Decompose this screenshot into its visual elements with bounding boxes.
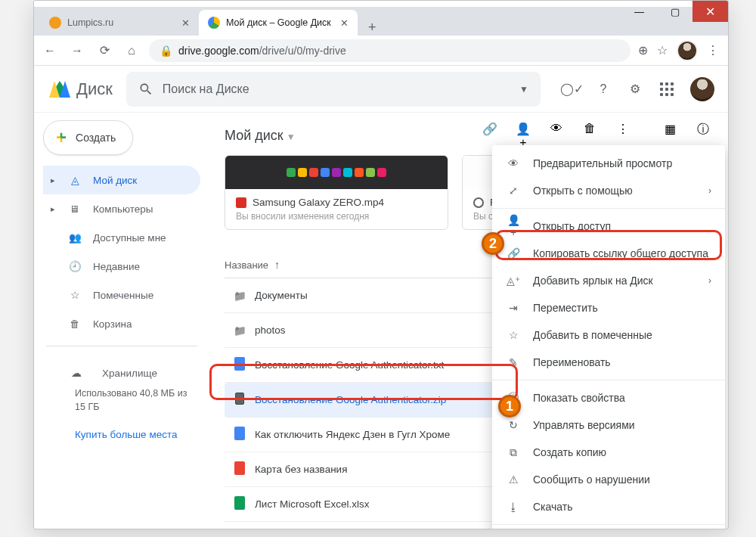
window-controls: — ▢ ✕ <box>621 1 728 22</box>
search-placeholder: Поиск на Диске <box>163 82 510 96</box>
settings-gear-icon[interactable]: ⚙ <box>627 81 643 98</box>
app-name: Диск <box>76 79 113 99</box>
menu-item-shortcut[interactable]: ◬⁺Добавить ярлык на Диск› <box>492 267 725 294</box>
context-menu: 👁Предварительный просмотр ⤢Открыть с пом… <box>492 145 725 529</box>
audio-file-icon <box>473 197 484 208</box>
support-icon[interactable]: ? <box>595 81 612 98</box>
person-add-icon: 👤+ <box>506 214 521 238</box>
menu-item-preview[interactable]: 👁Предварительный просмотр <box>492 150 725 177</box>
sidebar-item-label: Помеченные <box>93 290 153 301</box>
sidebar-item-computers[interactable]: ▸ 🖥 Компьютеры <box>43 194 200 223</box>
lock-icon: 🔒 <box>160 45 172 57</box>
search-icon <box>138 82 153 97</box>
ready-offline-icon[interactable]: ◯✓ <box>563 81 580 98</box>
trash-icon: 🗑 <box>67 318 82 330</box>
menu-item-openwith[interactable]: ⤢Открыть с помощью› <box>492 177 725 204</box>
doc-file-icon <box>225 427 255 442</box>
versions-icon: ↻ <box>506 419 521 431</box>
window-minimize-button[interactable]: — <box>621 1 657 22</box>
favicon-icon <box>49 17 61 29</box>
menu-item-download[interactable]: ⭳Скачать <box>492 493 725 520</box>
tab-close-icon[interactable]: ✕ <box>181 17 190 29</box>
sidebar-item-starred[interactable]: ☆ Помеченные <box>43 281 200 309</box>
sidebar-item-label: Недавние <box>93 261 140 272</box>
search-options-icon[interactable]: ▼ <box>519 84 528 95</box>
tab-close-icon[interactable]: ✕ <box>340 17 349 29</box>
cloud-icon: ☁ <box>69 367 84 379</box>
openwith-icon: ⤢ <box>506 185 521 197</box>
move-icon: ⇥ <box>506 302 521 314</box>
browser-tab-drive[interactable]: Мой диск – Google Диск ✕ <box>199 10 358 36</box>
create-label: Создать <box>76 132 116 144</box>
shared-icon: 👥 <box>67 231 82 244</box>
site-action-icon[interactable]: ⊕ <box>638 43 648 57</box>
annotation-badge-2: 2 <box>482 232 504 255</box>
menu-item-move[interactable]: ⇥Переместить <box>492 294 725 321</box>
bookmark-icon[interactable]: ☆ <box>657 43 668 57</box>
drive-icon: ◬ <box>67 174 82 186</box>
window-maximize-button[interactable]: ▢ <box>657 1 692 22</box>
sidebar-item-mydrive[interactable]: ▸ ◬ Мой диск <box>43 166 200 194</box>
expand-icon[interactable]: ▸ <box>49 175 57 185</box>
menu-item-details[interactable]: ⓘПоказать свойства <box>492 384 725 411</box>
sidebar-item-label: Доступные мне <box>93 232 166 244</box>
forward-button[interactable]: → <box>67 44 87 57</box>
doc-file-icon <box>225 357 255 373</box>
home-button[interactable]: ⌂ <box>122 44 141 57</box>
expand-icon[interactable]: ▸ <box>49 204 57 214</box>
thumbnail <box>225 156 448 189</box>
map-file-icon <box>225 461 255 477</box>
menu-item-copy[interactable]: ⧉Создать копию <box>492 439 725 466</box>
address-bar[interactable]: 🔒 drive.google.com/drive/u/0/my-drive <box>149 39 631 62</box>
search-input[interactable]: Поиск на Диске ▼ <box>126 72 541 107</box>
browser-menu-icon[interactable]: ⋮ <box>707 43 719 57</box>
sidebar-item-recent[interactable]: 🕘 Недавние <box>43 252 200 281</box>
folder-icon <box>225 290 255 302</box>
recent-card[interactable]: Samsung Galaxy ZERO.mp4 Вы вносили измен… <box>225 155 448 230</box>
zip-file-icon <box>225 393 255 407</box>
profile-avatar[interactable] <box>677 40 698 61</box>
sidebar-item-trash[interactable]: 🗑 Корзина <box>43 309 200 338</box>
tab-title: Мой диск – Google Диск <box>226 17 331 28</box>
link-icon: 🔗 <box>506 247 521 259</box>
reload-button[interactable]: ⟳ <box>94 43 114 57</box>
recent-icon: 🕘 <box>67 260 82 272</box>
browser-tab-lumpics[interactable]: Lumpics.ru ✕ <box>40 10 199 36</box>
chevron-right-icon: › <box>708 185 711 196</box>
report-icon: ⚠ <box>506 473 521 486</box>
drive-shortcut-icon: ◬⁺ <box>506 275 521 287</box>
video-file-icon <box>236 197 246 208</box>
new-tab-button[interactable]: + <box>358 20 387 36</box>
buy-storage-link[interactable]: Купить больше места <box>51 429 199 440</box>
menu-item-rename[interactable]: ✎Переименовать <box>492 349 725 376</box>
star-icon: ☆ <box>67 289 82 301</box>
storage-section: ☁ Хранилище Использовано 40,8 МБ из 15 Г… <box>43 354 209 440</box>
sidebar-item-label: Корзина <box>93 318 132 330</box>
storage-title: Хранилище <box>102 368 157 379</box>
create-button[interactable]: + Создать <box>43 120 133 155</box>
apps-grid-icon[interactable] <box>658 81 675 98</box>
sidebar-item-label: Компьютеры <box>93 203 153 215</box>
plus-icon: + <box>56 127 67 148</box>
account-avatar[interactable] <box>690 77 714 101</box>
breadcrumb[interactable]: Мой диск▼ <box>225 128 296 144</box>
menu-item-share[interactable]: 👤+Открыть доступ <box>492 213 725 240</box>
download-icon: ⭳ <box>506 501 521 513</box>
menu-item-versions[interactable]: ↻Управлять версиями <box>492 411 725 439</box>
eye-icon: 👁 <box>506 157 521 169</box>
drive-logo[interactable]: Диск <box>49 79 113 99</box>
url-text: drive.google.com/drive/u/0/my-drive <box>178 45 346 57</box>
menu-item-report[interactable]: ⚠Сообщить о нарушении <box>492 466 725 493</box>
menu-item-star[interactable]: ☆Добавить в помеченные <box>492 321 725 349</box>
sort-asc-icon[interactable]: ↑ <box>274 259 280 271</box>
folder-icon <box>225 324 255 337</box>
computers-icon: 🖥 <box>67 203 82 215</box>
window-close-button[interactable]: ✕ <box>692 1 728 22</box>
menu-item-copylink[interactable]: 🔗Копировать ссылку общего доступа <box>492 240 725 267</box>
menu-item-delete[interactable]: 🗑Удалить <box>492 529 725 529</box>
chevron-right-icon: › <box>708 275 711 286</box>
col-name-label[interactable]: Название <box>225 259 268 271</box>
sidebar-item-shared[interactable]: 👥 Доступные мне <box>43 223 200 252</box>
back-button[interactable]: ← <box>40 44 60 57</box>
annotation-badge-1: 1 <box>498 395 521 417</box>
